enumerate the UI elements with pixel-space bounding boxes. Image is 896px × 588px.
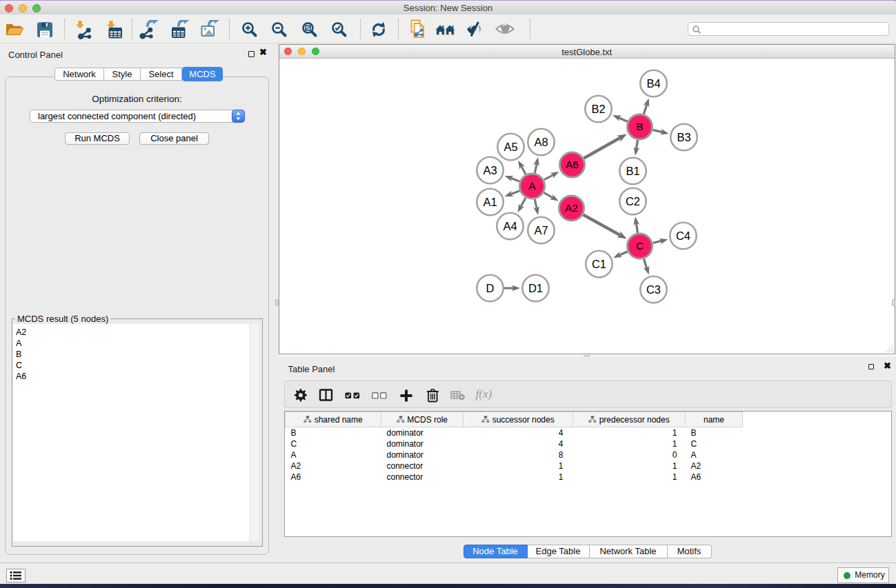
svg-text:A4: A4 xyxy=(503,219,517,232)
svg-text:B: B xyxy=(636,121,643,132)
svg-text:D1: D1 xyxy=(528,281,542,294)
svg-text:A3: A3 xyxy=(483,163,497,176)
svg-text:B3: B3 xyxy=(677,130,690,143)
svg-text:A5: A5 xyxy=(504,140,517,152)
svg-text:C3: C3 xyxy=(646,283,660,295)
svg-text:A6: A6 xyxy=(566,159,579,170)
svg-text:C1: C1 xyxy=(591,257,606,270)
svg-text:C2: C2 xyxy=(625,194,639,207)
svg-text:A7: A7 xyxy=(534,223,548,236)
svg-text:C: C xyxy=(635,240,643,252)
svg-text:D: D xyxy=(486,281,494,294)
svg-text:A8: A8 xyxy=(534,135,548,148)
svg-text:A: A xyxy=(528,180,536,192)
svg-text:C4: C4 xyxy=(675,229,690,241)
svg-text:B4: B4 xyxy=(646,77,660,89)
svg-text:B1: B1 xyxy=(626,164,639,176)
svg-text:B2: B2 xyxy=(591,102,605,114)
svg-text:A1: A1 xyxy=(483,195,497,207)
svg-text:A2: A2 xyxy=(565,202,578,214)
